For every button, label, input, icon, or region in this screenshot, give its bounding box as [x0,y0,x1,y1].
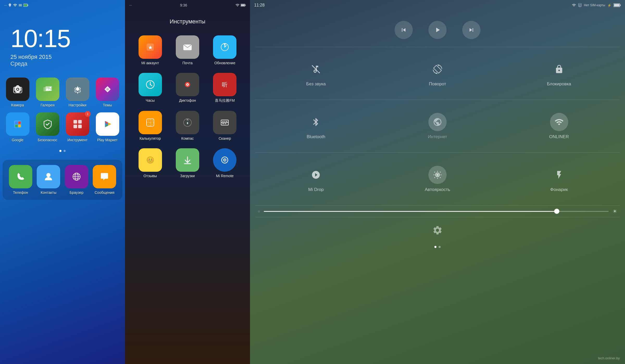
app-clock[interactable]: Часы [133,73,167,103]
gallery-icon [42,84,53,95]
qs-content: 11:28 Нет SIM-карты ⚡ [250,0,625,364]
play-icon-img [96,112,119,136]
app-themes[interactable]: Темы [95,78,120,107]
play-label: Play Маркет [97,138,118,142]
svg-rect-15 [15,122,18,124]
themes-label: Темы [103,103,112,107]
qs-lock[interactable]: Блокировка [498,55,620,92]
status-bar-1: ··· [0,0,125,10]
app-downloads[interactable]: Загрузки [170,148,205,178]
contacts-label: Контакты [41,190,56,195]
battery-icon-3 [614,3,621,7]
security-label: Безопаснос [38,138,58,142]
mi-account-icon: ★ [145,41,156,53]
tools-icon [72,118,83,130]
app-mi-remote[interactable]: Mi Remote [208,148,242,178]
tools-icon-img: 1 [66,112,89,136]
app-grid: Камера Галерея Настройки [0,72,125,147]
status-left-1: ··· [4,3,28,7]
app-mi-account[interactable]: ★ Mi аккаунт [133,35,167,65]
svg-rect-62 [222,121,224,122]
app-update[interactable]: Обновление [208,35,242,65]
svg-rect-34 [241,4,245,6]
settings-label: Настройки [68,103,86,107]
qs-silent[interactable]: Без звука [255,55,377,92]
qs-grid-2: Bluetooth Интернет ONLINER [250,100,625,152]
compass-label: Компас [181,136,194,141]
wifi-icon-3 [572,4,576,7]
location-icon-1 [8,3,12,7]
svg-rect-20 [78,120,82,124]
qs-internet[interactable]: Интернет [377,108,498,145]
gear-icon [432,225,443,235]
security-icon-img [36,112,59,136]
qs-rotation[interactable]: Поворот [377,55,498,92]
lock-icon [550,60,568,78]
onliner-icon [550,113,568,131]
feedback-icon: 😊 [145,154,156,166]
svg-text:=: = [151,123,153,126]
next-icon [468,26,475,34]
contacts-icon [43,171,54,182]
app-compass[interactable]: N Компас [170,111,205,141]
himalayas-icon: 听 [219,79,230,90]
svg-point-82 [436,174,439,176]
recorder-icon [182,79,193,90]
prev-icon [400,26,407,34]
app-phone[interactable]: Телефон [8,165,33,195]
gear-button[interactable] [432,225,443,235]
brightness-min: ○ [258,209,260,213]
play-button[interactable] [428,21,447,39]
qs-bottom-gear [250,217,625,243]
calculator-icon: ÷ × − = [145,117,156,128]
dot-2 [64,150,66,152]
app-himalayas[interactable]: 听 喜马拉雅FM [208,73,242,103]
status-right-3: Нет SIM-карты ⚡ [572,3,621,7]
camera-icon [12,84,23,95]
brightness-track[interactable] [264,211,609,212]
app-camera[interactable]: Камера [5,78,30,107]
clock-date: 25 ноября 2015 [10,54,117,60]
update-icon [219,41,230,53]
app-feedback[interactable]: 😊 Отзывы [133,148,167,178]
brightness-max: ☀ [612,208,617,214]
svg-point-11 [49,87,51,88]
signal-2: ··· [129,3,132,7]
app-mail[interactable]: Почта [170,35,205,65]
qs-onliner[interactable]: ONLINER [498,108,620,145]
svg-text:×: × [151,119,153,122]
app-calculator[interactable]: ÷ × − = Калькулятор [133,111,167,141]
silent-icon [307,60,325,78]
app-browser[interactable]: Браузер [64,165,89,195]
drawer-title: Инструменты [125,10,250,30]
app-scanner[interactable]: Сканер [208,111,242,141]
svg-text:😊: 😊 [147,157,153,163]
downloads-icon [182,154,193,166]
app-security[interactable]: Безопаснос [35,112,60,142]
feedback-label: Отзывы [143,174,157,178]
app-recorder[interactable]: Диктофон [170,73,205,103]
battery-icon-1 [23,4,28,7]
phone-icon-img [9,165,32,188]
bluetooth-icon [307,113,325,131]
qs-bluetooth[interactable]: Bluetooth [255,108,377,145]
app-gallery[interactable]: Галерея [35,78,60,107]
charge-icon-3: ⚡ [607,3,611,7]
app-settings[interactable]: Настройки [65,78,90,107]
app-contacts[interactable]: Контакты [36,165,61,195]
qs-flashlight[interactable]: Фонарик [498,161,620,197]
app-messages[interactable]: Сообщения [92,165,117,195]
app-google[interactable]: Google [5,112,30,142]
phone-icon [15,171,26,182]
app-play[interactable]: Play Маркет [95,112,120,142]
mi-remote-icon-img [213,148,236,172]
google-label: Google [12,138,23,142]
qs-autobrightness[interactable]: Автояркость [377,161,498,197]
app-tools[interactable]: 1 Инструмент [65,112,90,142]
qs-midrop[interactable]: Mi Drop [255,161,377,197]
autobrightness-icon [428,166,447,184]
messages-icon [99,171,110,182]
next-button[interactable] [462,21,480,39]
svg-rect-2 [28,5,28,6]
prev-button[interactable] [395,21,413,39]
